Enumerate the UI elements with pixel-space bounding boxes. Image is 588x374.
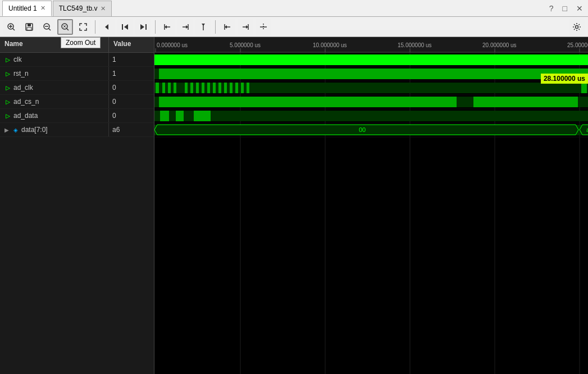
wire-icon-adcsn: ▷ bbox=[4, 98, 11, 105]
signal-label-adclk: ad_clk bbox=[13, 84, 33, 92]
svg-rect-60 bbox=[154, 69, 159, 79]
svg-text:00: 00 bbox=[359, 126, 366, 133]
svg-rect-81 bbox=[159, 97, 457, 107]
signal-row-adclk[interactable]: ▷ ad_clk 0 bbox=[0, 81, 154, 95]
sep3 bbox=[215, 20, 216, 34]
save-button[interactable] bbox=[21, 19, 37, 35]
tab-tlc549-close[interactable]: ✕ bbox=[101, 5, 106, 12]
svg-rect-82 bbox=[473, 97, 578, 107]
tab-untitled1-label: Untitled 1 bbox=[8, 4, 37, 12]
signal-row-addata[interactable]: ▷ ad_data 0 bbox=[0, 109, 154, 123]
svg-line-8 bbox=[49, 28, 51, 30]
signal-value-clk: 1 bbox=[109, 53, 154, 66]
main-content: Zoom Out Name Value ▷ clk 1 ▷ rst_n 1 ▷ … bbox=[0, 37, 588, 374]
signal-name-adclk: ▷ ad_clk bbox=[0, 81, 109, 94]
settings-button[interactable] bbox=[569, 19, 585, 35]
zoom-in-button[interactable] bbox=[3, 19, 19, 35]
svg-rect-69 bbox=[196, 83, 199, 93]
svg-rect-68 bbox=[190, 83, 193, 93]
signal-name-rstn: ▷ rst_n bbox=[0, 67, 109, 80]
sep1 bbox=[95, 20, 95, 34]
svg-rect-74 bbox=[224, 83, 227, 93]
svg-text:0.000000 us: 0.000000 us bbox=[157, 42, 188, 48]
svg-rect-5 bbox=[28, 24, 31, 26]
svg-rect-61 bbox=[159, 69, 588, 79]
signal-row-clk[interactable]: ▷ clk 1 bbox=[0, 53, 154, 67]
tab-untitled1-close[interactable]: ✕ bbox=[40, 4, 45, 12]
signal-row-rstn[interactable]: ▷ rst_n 1 bbox=[0, 67, 154, 81]
signal-name-data: ▶ ◈ data[7:0] bbox=[0, 123, 109, 136]
time-marker: 28.100000 us bbox=[541, 74, 588, 84]
waveform-rows: 00 a6 bbox=[154, 53, 588, 374]
prev-mark-button[interactable] bbox=[220, 19, 235, 35]
next-mark-button[interactable] bbox=[238, 19, 253, 35]
marker-button[interactable] bbox=[195, 19, 211, 35]
wire-icon-rstn: ▷ bbox=[4, 70, 11, 77]
waveform-area[interactable]: 28.100000 us 0.000000 us 5.000000 us 10.… bbox=[154, 37, 588, 374]
svg-rect-70 bbox=[202, 83, 204, 93]
expand-arrow-data[interactable]: ▶ bbox=[4, 127, 9, 133]
title-bar: Untitled 1 ✕ TLC549_tb.v ✕ ? □ ✕ bbox=[0, 0, 588, 17]
title-bar-controls: ? □ ✕ bbox=[546, 3, 586, 14]
tab-untitled1[interactable]: Untitled 1 ✕ bbox=[2, 1, 52, 16]
tab-tlc549[interactable]: TLC549_tb.v ✕ bbox=[53, 1, 112, 16]
svg-marker-24 bbox=[202, 24, 205, 26]
svg-rect-86 bbox=[194, 111, 211, 121]
signal-label-adcsn: ad_cs_n bbox=[13, 98, 39, 106]
toolbar bbox=[0, 17, 588, 37]
last-button[interactable] bbox=[135, 19, 151, 35]
signal-value-adcsn: 0 bbox=[109, 95, 154, 108]
zoom-fit-button[interactable] bbox=[57, 19, 73, 35]
back-button[interactable] bbox=[99, 19, 115, 35]
svg-rect-64 bbox=[162, 83, 165, 93]
svg-rect-63 bbox=[156, 83, 159, 93]
tab-tlc549-label: TLC549_tb.v bbox=[59, 4, 98, 12]
svg-rect-76 bbox=[235, 83, 238, 93]
svg-marker-18 bbox=[140, 24, 144, 30]
svg-rect-71 bbox=[207, 83, 210, 93]
svg-marker-14 bbox=[105, 24, 108, 30]
first-button[interactable] bbox=[117, 19, 133, 35]
waveform-svg: 00 a6 bbox=[154, 53, 588, 374]
svg-text:25.000000 us: 25.000000 us bbox=[567, 42, 588, 48]
signal-name-adcsn: ▷ ad_cs_n bbox=[0, 95, 109, 108]
signal-name-clk: ▷ clk bbox=[0, 53, 109, 66]
signal-row-adcsn[interactable]: ▷ ad_cs_n 0 bbox=[0, 95, 154, 109]
wire-icon-clk: ▷ bbox=[4, 56, 11, 63]
svg-rect-85 bbox=[176, 111, 184, 121]
signal-label-clk: clk bbox=[13, 56, 22, 63]
signals-header-value: Value bbox=[109, 37, 154, 52]
svg-text:10.000000 us: 10.000000 us bbox=[313, 42, 347, 48]
svg-rect-58 bbox=[154, 54, 588, 65]
close-icon[interactable]: ✕ bbox=[573, 3, 586, 14]
svg-marker-88 bbox=[154, 125, 578, 135]
svg-marker-16 bbox=[124, 24, 128, 30]
svg-text:20.000000 us: 20.000000 us bbox=[482, 42, 517, 48]
svg-rect-75 bbox=[230, 83, 233, 93]
signals-header-name: Name bbox=[0, 37, 109, 52]
svg-rect-73 bbox=[218, 83, 221, 93]
expand-button[interactable] bbox=[256, 19, 271, 35]
signal-label-data: data[7:0] bbox=[21, 126, 48, 134]
fit-view-button[interactable] bbox=[75, 19, 91, 35]
prev-edge-button[interactable] bbox=[159, 19, 175, 35]
svg-text:5.000000 us: 5.000000 us bbox=[230, 42, 261, 48]
svg-rect-84 bbox=[160, 111, 169, 121]
signal-row-data[interactable]: ▶ ◈ data[7:0] a6 bbox=[0, 123, 154, 137]
svg-rect-79 bbox=[581, 83, 587, 93]
svg-line-11 bbox=[67, 28, 69, 30]
signals-header: Name Value bbox=[0, 37, 154, 53]
svg-rect-78 bbox=[247, 83, 249, 93]
zoom-out-button[interactable] bbox=[39, 19, 55, 35]
svg-rect-67 bbox=[185, 83, 188, 93]
restore-icon[interactable]: □ bbox=[560, 3, 570, 14]
signal-label-addata: ad_data bbox=[13, 112, 38, 120]
next-edge-button[interactable] bbox=[177, 19, 193, 35]
svg-rect-83 bbox=[154, 111, 588, 121]
help-icon[interactable]: ? bbox=[546, 3, 557, 14]
svg-text:15.000000 us: 15.000000 us bbox=[398, 42, 432, 48]
svg-point-33 bbox=[576, 25, 578, 28]
svg-rect-65 bbox=[168, 83, 171, 93]
svg-rect-72 bbox=[213, 83, 216, 93]
signal-value-adclk: 0 bbox=[109, 81, 154, 94]
